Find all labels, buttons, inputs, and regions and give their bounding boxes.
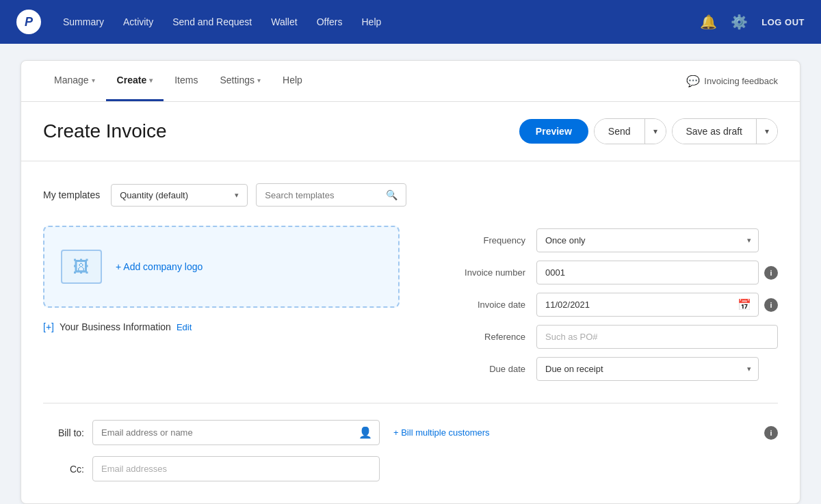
send-dropdown-button[interactable]: ▾ [644, 119, 666, 144]
invoicing-feedback[interactable]: 💬 Invoicing feedback [686, 75, 778, 88]
bill-to-row: Bill to: 👤 + Bill multiple customers i [43, 420, 778, 445]
due-date-chevron-icon: ▾ [740, 364, 758, 373]
manage-chevron-icon: ▾ [92, 77, 95, 84]
subnav: Manage ▾ Create ▾ Items Settings ▾ Help … [21, 61, 800, 102]
subnav-create[interactable]: Create ▾ [106, 61, 164, 101]
main-card: Manage ▾ Create ▾ Items Settings ▾ Help … [21, 60, 800, 504]
nav-activity[interactable]: Activity [123, 16, 153, 27]
form-grid: 🖼 + Add company logo [+] Your Business I… [43, 226, 778, 403]
header-actions: Preview Send ▾ Save as draft ▾ [519, 118, 778, 144]
navbar: P Summary Activity Send and Request Wall… [0, 0, 821, 44]
calendar-icon[interactable]: 📅 [731, 298, 758, 311]
due-date-label: Due date [421, 364, 531, 374]
templates-row: My templates Quantity (default) ▾ 🔍 [43, 183, 778, 207]
frequency-label: Frequency [421, 235, 531, 246]
logout-button[interactable]: LOG OUT [761, 17, 805, 27]
nav-send-request[interactable]: Send and Request [172, 16, 252, 27]
save-draft-button[interactable]: Save as draft [673, 119, 757, 144]
templates-selected-value: Quantity (default) [120, 190, 188, 200]
cc-input[interactable] [92, 456, 380, 481]
business-info-edit-link[interactable]: Edit [177, 322, 192, 332]
logo-upload-box[interactable]: 🖼 + Add company logo [43, 226, 400, 308]
bill-to-person-icon: 👤 [352, 426, 379, 439]
invoice-date-input[interactable] [537, 293, 731, 316]
nav-wallet[interactable]: Wallet [271, 16, 297, 27]
settings-chevron-icon: ▾ [257, 77, 261, 84]
navbar-nav: Summary Activity Send and Request Wallet… [63, 16, 381, 27]
send-chevron-icon: ▾ [653, 127, 657, 136]
save-draft-dropdown-button[interactable]: ▾ [756, 119, 777, 144]
invoice-date-info-icon[interactable]: i [764, 298, 778, 312]
templates-chevron-icon: ▾ [235, 191, 239, 200]
invoice-number-label: Invoice number [421, 267, 531, 278]
page-header: Create Invoice Preview Send ▾ Save as dr… [21, 102, 800, 161]
feedback-icon: 💬 [686, 75, 700, 88]
search-icon: 🔍 [386, 189, 398, 200]
navbar-left: P Summary Activity Send and Request Wall… [16, 10, 381, 34]
frequency-select[interactable]: Once only Weekly Monthly Yearly [537, 229, 740, 252]
reference-row: Reference [421, 325, 778, 349]
bill-to-info-icon[interactable]: i [764, 426, 778, 440]
preview-button[interactable]: Preview [519, 119, 588, 144]
due-date-row: Due date Due on receipt Net 15 Net 30 Ne… [421, 357, 778, 381]
frequency-row: Frequency Once only Weekly Monthly Yearl… [421, 228, 778, 252]
frequency-select-wrap: Once only Weekly Monthly Yearly ▾ [536, 228, 759, 252]
cc-row: Cc: [43, 456, 778, 481]
invoice-number-info-icon[interactable]: i [764, 266, 778, 280]
right-col: Frequency Once only Weekly Monthly Yearl… [421, 226, 778, 381]
billing-section: Bill to: 👤 + Bill multiple customers i C… [21, 403, 800, 481]
due-date-select[interactable]: Due on receipt Net 15 Net 30 Net 60 Cust… [537, 358, 740, 380]
subnav-items[interactable]: Items [164, 61, 209, 101]
subnav-settings[interactable]: Settings ▾ [209, 61, 272, 101]
templates-search-input[interactable] [265, 190, 380, 200]
reference-input[interactable] [536, 325, 778, 349]
notification-icon[interactable]: 🔔 [700, 14, 717, 30]
bill-to-input-wrap: 👤 [92, 420, 380, 445]
nav-summary[interactable]: Summary [63, 16, 104, 27]
expand-icon[interactable]: [+] [43, 321, 54, 332]
invoice-date-label: Invoice date [421, 300, 531, 310]
frequency-chevron-icon: ▾ [740, 236, 758, 245]
navbar-right: 🔔 ⚙️ LOG OUT [700, 14, 805, 30]
logo-placeholder-icon: 🖼 [61, 250, 102, 284]
add-logo-label: + Add company logo [116, 261, 203, 272]
templates-search-box: 🔍 [256, 183, 406, 207]
settings-icon[interactable]: ⚙️ [731, 14, 748, 30]
business-info-label: Your Business Information [60, 321, 171, 332]
subnav-manage[interactable]: Manage ▾ [43, 61, 106, 101]
form-area: My templates Quantity (default) ▾ 🔍 🖼 + … [21, 161, 800, 403]
reference-label: Reference [421, 332, 531, 342]
subnav-help[interactable]: Help [272, 61, 313, 101]
invoice-date-row: Invoice date 📅 i [421, 293, 778, 317]
send-button-group: Send ▾ [594, 118, 666, 144]
invoice-number-row: Invoice number i [421, 261, 778, 284]
due-date-select-wrap: Due on receipt Net 15 Net 30 Net 60 Cust… [536, 357, 759, 381]
templates-label: My templates [43, 189, 100, 200]
save-draft-button-group: Save as draft ▾ [672, 118, 779, 144]
bill-multiple-link[interactable]: + Bill multiple customers [393, 427, 490, 438]
bill-to-input[interactable] [93, 421, 352, 445]
invoice-date-wrap: 📅 [536, 293, 759, 317]
business-info-row: [+] Your Business Information Edit [43, 321, 400, 332]
bill-to-label: Bill to: [43, 427, 84, 438]
invoice-number-input[interactable] [536, 261, 759, 284]
draft-chevron-icon: ▾ [765, 127, 769, 136]
paypal-logo[interactable]: P [16, 10, 41, 34]
nav-offers[interactable]: Offers [317, 16, 343, 27]
nav-help[interactable]: Help [362, 16, 382, 27]
send-button[interactable]: Send [595, 119, 644, 144]
cc-label: Cc: [43, 464, 84, 475]
create-chevron-icon: ▾ [149, 77, 153, 84]
left-col: 🖼 + Add company logo [+] Your Business I… [43, 226, 400, 381]
subnav-left: Manage ▾ Create ▾ Items Settings ▾ Help [43, 61, 313, 101]
page-title: Create Invoice [43, 120, 167, 142]
templates-dropdown[interactable]: Quantity (default) ▾ [111, 184, 248, 207]
